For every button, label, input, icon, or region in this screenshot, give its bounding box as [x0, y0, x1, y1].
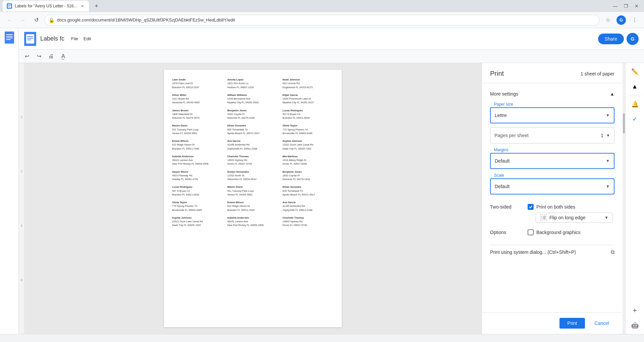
label-entry: Mia Martinez1914 Abbey Ridge DrDover FL …: [282, 155, 334, 166]
new-tab-button[interactable]: +: [92, 1, 101, 11]
profile-button[interactable]: G: [616, 15, 627, 25]
more-settings-toggle[interactable]: More settings ▲: [490, 89, 614, 99]
user-avatar[interactable]: G: [627, 33, 639, 45]
edit-menu[interactable]: Edit: [81, 35, 94, 43]
bot-icon[interactable]: 🤖: [629, 319, 641, 331]
label-entry: Olivia Taylor773 Spring Flowers TrlBrook…: [282, 124, 334, 135]
doc-title: Labels fc: [40, 35, 64, 42]
svg-rect-1: [8, 5, 11, 5]
print-both-sides-label: Print on both sides: [536, 204, 575, 210]
svg-rect-2: [8, 6, 11, 6]
paper-size-value: Lettre: [495, 113, 507, 118]
header-right: Share G: [598, 33, 639, 45]
chevron-up-sidebar-icon[interactable]: ▲: [629, 80, 641, 93]
pencil-icon[interactable]: ✏️: [629, 66, 641, 78]
close-button[interactable]: ✕: [632, 1, 641, 11]
document-area[interactable]: Liam Smith1678 Palm Leaf DrBrandon FL 33…: [24, 63, 482, 334]
options-label: Options: [490, 230, 524, 235]
margins-label: Margins: [490, 148, 614, 152]
tab-title: Labels for "Avery US Letter - 516...: [15, 4, 77, 8]
label-entry: William Williams1439 Birchstone AveMyakk…: [227, 93, 279, 105]
sheet-count: 1 sheet of paper: [581, 71, 614, 76]
label-entry: Lucas Rodriguez507 N Bryan CirBrandon FL…: [282, 109, 334, 120]
share-button[interactable]: Share: [598, 34, 624, 44]
margins-setting: Margins Default ▼: [490, 148, 614, 169]
print-both-sides-wrapper: Print on both sides: [528, 204, 614, 210]
background-graphics-checkbox[interactable]: [528, 229, 534, 235]
label-entry: Emma Wilson812 Ridge Haven DrBrandon FL …: [227, 201, 279, 212]
check-circle-icon[interactable]: ✓: [629, 113, 641, 125]
label-entry: Liam Smith1678 Palm Leaf DrBrandon FL 33…: [172, 78, 223, 89]
label-entry: Amelia Lopez1831 Kim Acres LnHudson FL 3…: [227, 78, 279, 89]
two-sided-label: Two-sided: [490, 204, 524, 210]
svg-rect-7: [6, 38, 13, 38]
browser-menu-button[interactable]: ⋮: [629, 15, 640, 25]
label-entry: Ava Garcia31445 Amberlea RdZephyrhills F…: [227, 139, 279, 151]
flip-label: Flip on long edge: [549, 215, 585, 220]
cancel-button[interactable]: Cancel: [589, 318, 614, 329]
paper-size-label: Paper size: [490, 102, 614, 107]
file-menu[interactable]: File: [68, 35, 81, 43]
svg-rect-5: [6, 34, 13, 35]
pages-per-sheet-dropdown[interactable]: Pages per sheet 1 ▼: [490, 127, 614, 144]
margins-value: Default: [495, 158, 509, 164]
label-entry: Sophia Johnson12521 Duck Lake Canal RdDa…: [172, 216, 223, 227]
paper-size-setting: Paper size Lettre ▼: [490, 102, 614, 123]
maximize-button[interactable]: ❐: [621, 1, 631, 11]
spell-check-button[interactable]: A̲: [58, 51, 68, 62]
margins-arrow: ▼: [606, 159, 610, 163]
tab-close-button[interactable]: ✕: [79, 3, 85, 9]
window-controls: — ❐ ✕: [610, 1, 641, 11]
back-button[interactable]: ←: [4, 15, 15, 25]
pages-per-sheet-value: 1: [601, 133, 603, 138]
flip-dropdown[interactable]: Flip on long edge ▼: [536, 213, 613, 223]
svg-rect-8: [6, 39, 11, 40]
print-button[interactable]: 🖨: [46, 51, 56, 62]
minimize-button[interactable]: —: [610, 1, 620, 11]
undo-button[interactable]: ↩: [21, 51, 32, 62]
settings-section: Paper size Lettre ▼ Pages per sheet: [490, 102, 614, 259]
sidebar-divider: [629, 95, 641, 96]
print-both-sides-checkbox[interactable]: [528, 204, 534, 210]
doc-sidebar: [0, 28, 19, 334]
scale-label: Scale: [490, 173, 614, 178]
print-button[interactable]: Print: [559, 318, 585, 329]
svg-rect-14: [544, 216, 545, 219]
tab-favicon: [7, 3, 12, 9]
docs-logo: [3, 31, 16, 44]
background-graphics-wrapper: Background graphics: [528, 229, 614, 235]
label-entry: Elijah Garcia1503 Portsmouth Lake DrMyak…: [282, 93, 334, 105]
external-link-icon: ⧉: [611, 249, 614, 255]
browser-tab[interactable]: Labels for "Avery US Letter - 516... ✕: [3, 1, 89, 11]
status-bar: [0, 334, 644, 342]
svg-rect-6: [6, 36, 13, 37]
forward-button[interactable]: →: [17, 15, 28, 25]
svg-rect-13: [541, 216, 543, 219]
system-dialog-row[interactable]: Print using system dialog... (Ctrl+Shift…: [490, 245, 614, 259]
address-bar[interactable]: 🔒 docs.google.com/document/d/1BN65WDHp_q…: [44, 15, 600, 25]
margins-dropdown[interactable]: Default ▼: [490, 153, 614, 169]
chevron-up-icon: ▲: [610, 91, 614, 97]
reload-button[interactable]: ↺: [31, 15, 42, 25]
label-entry: Olivia Taylor773 Spring Flowers TrlBrook…: [172, 201, 223, 212]
pages-per-sheet-setting: Pages per sheet 1 ▼: [490, 127, 614, 144]
scroll-thumb[interactable]: [623, 113, 625, 133]
url-text: docs.google.com/document/d/1BN65WDHp_qSZ…: [57, 17, 595, 22]
redo-button[interactable]: ↪: [34, 51, 44, 62]
scale-arrow: ▼: [606, 184, 610, 189]
paper-size-dropdown[interactable]: Lettre ▼: [490, 107, 614, 123]
scale-dropdown[interactable]: Default ▼: [490, 178, 614, 194]
scale-value: Default: [495, 184, 509, 189]
bookmark-button[interactable]: ☆: [602, 15, 613, 25]
flip-icon: [540, 214, 547, 221]
two-sided-row: Two-sided Print on both sides: [490, 201, 614, 213]
right-sidebar: ✏️ ▲ 🔔 ✓ + 🤖: [625, 63, 644, 334]
add-icon[interactable]: +: [629, 304, 641, 317]
label-entry: Ava Garcia31445 Amberlea RdZephyrhills F…: [282, 201, 334, 212]
add-icon-wrapper: +: [629, 304, 641, 317]
flip-arrow: ▼: [604, 215, 608, 220]
print-scrollbar[interactable]: [623, 63, 625, 334]
notification-icon[interactable]: 🔔: [629, 98, 641, 110]
doc-toolbar: ↩ ↪ 🖨 A̲: [19, 50, 644, 63]
label-entry: James Brown1808 Wakefield DrNokomis FL 3…: [172, 109, 223, 120]
